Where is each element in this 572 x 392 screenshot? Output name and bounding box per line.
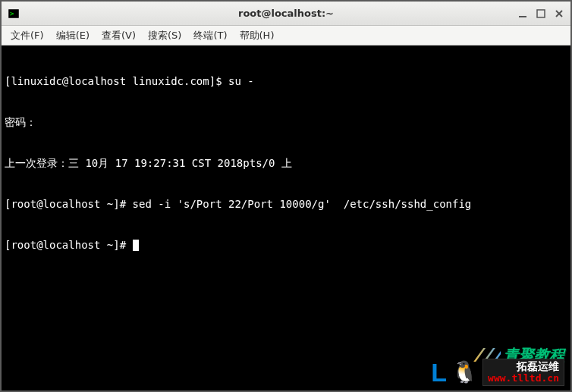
maximize-button[interactable] [536,8,546,19]
menubar: 文件(F) 编辑(E) 查看(V) 搜索(S) 终端(T) 帮助(H) [2,26,570,45]
terminal-line: [root@localhost ~]# sed -i 's/Port 22/Po… [5,197,567,211]
minimize-button[interactable] [517,8,528,19]
menu-edit[interactable]: 编辑(E) [50,27,96,45]
terminal-line: [linuxidc@localhost linuxidc.com]$ su - [5,74,567,88]
terminal-line: 上一次登录：三 10月 17 19:27:31 CST 2018pts/0 上 [5,156,567,170]
svg-rect-4 [537,10,545,17]
window-controls [517,8,564,19]
svg-text:>: > [10,10,14,17]
watermark-slashes-icon: /// [471,348,501,362]
watermark: /// 青聚教程 L 🐧 拓磊运维 www.tlltd.cn [431,348,564,386]
terminal-window: > root@localhost:~ 文件(F) 编辑(E) 查看(V) 搜索(… [2,2,570,390]
watermark-box: 拓磊运维 www.tlltd.cn [482,359,564,386]
watermark-url: www.tlltd.cn [488,373,559,384]
watermark-qj-text: 青聚教程 [504,348,564,362]
watermark-name: 拓磊运维 [517,361,559,372]
terminal-prompt-text: [root@localhost ~]# [5,239,133,251]
terminal-viewport[interactable]: [linuxidc@localhost linuxidc.com]$ su - … [2,45,570,390]
menu-terminal[interactable]: 终端(T) [187,27,233,45]
window-title: root@localhost:~ [238,8,334,19]
app-icon: > [8,8,20,20]
watermark-l-icon: L [431,359,447,385]
menu-help[interactable]: 帮助(H) [234,27,281,45]
penguin-icon: 🐧 [451,362,478,383]
menu-file[interactable]: 文件(F) [5,27,50,45]
menu-search[interactable]: 搜索(S) [142,27,187,45]
titlebar[interactable]: > root@localhost:~ [2,2,570,26]
terminal-line: 密码： [5,115,567,129]
menu-view[interactable]: 查看(V) [96,27,142,45]
close-button[interactable] [554,8,564,19]
cursor [133,240,139,251]
watermark-bottom-row: L 🐧 拓磊运维 www.tlltd.cn [431,359,564,386]
watermark-top-row: /// 青聚教程 [471,348,564,362]
terminal-prompt-line: [root@localhost ~]# [5,238,567,252]
